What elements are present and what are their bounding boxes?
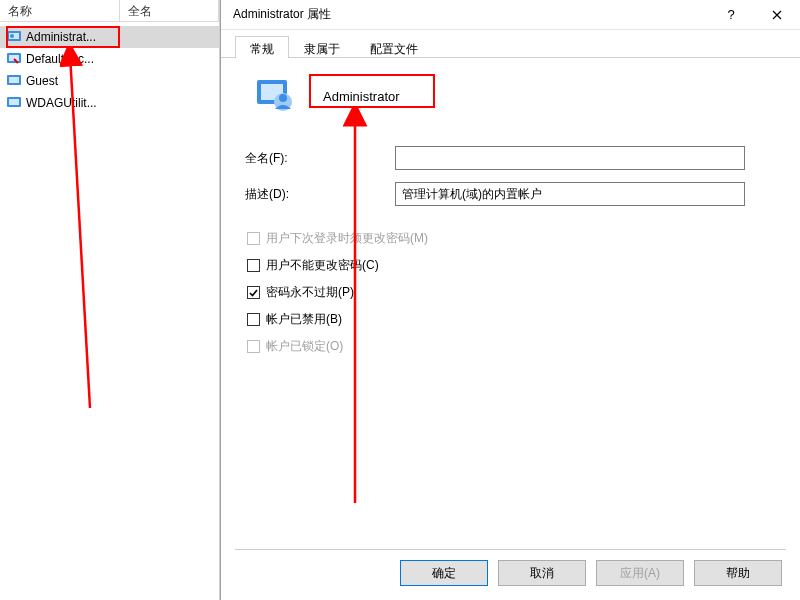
- apply-button[interactable]: 应用(A): [596, 560, 684, 586]
- dialog-title: Administrator 属性: [233, 6, 708, 23]
- list-item-label: DefaultAcc...: [26, 52, 94, 66]
- list-item-label: WDAGUtilit...: [26, 96, 97, 110]
- description-label: 描述(D):: [245, 186, 395, 203]
- user-list: Administrat... DefaultAcc... Guest WDAGU…: [0, 22, 219, 114]
- fullname-row: 全名(F):: [245, 146, 776, 170]
- checkbox-label: 密码永不过期(P): [266, 284, 354, 301]
- tab-general[interactable]: 常规: [235, 36, 289, 58]
- header-col-name[interactable]: 名称: [0, 0, 120, 21]
- titlebar: Administrator 属性 ?: [221, 0, 800, 30]
- header-col-fullname[interactable]: 全名: [120, 0, 219, 21]
- user-icon: [6, 73, 22, 89]
- cancel-button[interactable]: 取消: [498, 560, 586, 586]
- checkbox-label: 帐户已锁定(O): [266, 338, 343, 355]
- checkbox-group: 用户下次登录时须更改密码(M) 用户不能更改密码(C) 密码永不过期(P) 帐户…: [247, 230, 776, 355]
- checkbox-label: 用户下次登录时须更改密码(M): [266, 230, 428, 247]
- user-icon: [6, 29, 22, 45]
- tab-content: Administrator 全名(F): 描述(D): 用户下次登录时须更改密码…: [221, 58, 800, 375]
- user-icon: [6, 51, 22, 67]
- list-item[interactable]: Administrat...: [0, 26, 219, 48]
- checkbox-label: 帐户已禁用(B): [266, 311, 342, 328]
- user-icon: [6, 95, 22, 111]
- svg-rect-8: [9, 99, 19, 105]
- fullname-label: 全名(F):: [245, 150, 395, 167]
- properties-dialog: Administrator 属性 ? 常规 隶属于 配置文件 Administr…: [220, 0, 800, 600]
- check-cannot-change-pw[interactable]: 用户不能更改密码(C): [247, 257, 776, 274]
- check-account-disabled[interactable]: 帐户已禁用(B): [247, 311, 776, 328]
- check-must-change-pw: 用户下次登录时须更改密码(M): [247, 230, 776, 247]
- tab-profile[interactable]: 配置文件: [355, 36, 433, 58]
- checkbox-icon: [247, 232, 260, 245]
- help-dialog-button[interactable]: 帮助: [694, 560, 782, 586]
- check-account-locked: 帐户已锁定(O): [247, 338, 776, 355]
- checkbox-icon: [247, 286, 260, 299]
- description-input[interactable]: [395, 182, 745, 206]
- user-avatar-icon: [255, 76, 295, 116]
- user-list-pane: 名称 全名 Administrat... DefaultAcc... Guest: [0, 0, 220, 600]
- ok-button[interactable]: 确定: [400, 560, 488, 586]
- checkbox-icon: [247, 340, 260, 353]
- close-button[interactable]: [754, 0, 800, 30]
- list-item[interactable]: WDAGUtilit...: [0, 92, 219, 114]
- svg-rect-6: [9, 77, 19, 83]
- description-row: 描述(D):: [245, 182, 776, 206]
- list-item-label: Guest: [26, 74, 58, 88]
- list-header: 名称 全名: [0, 0, 219, 22]
- separator: [235, 549, 786, 550]
- checkbox-icon: [247, 259, 260, 272]
- check-pw-never-expires[interactable]: 密码永不过期(P): [247, 284, 776, 301]
- list-item[interactable]: DefaultAcc...: [0, 48, 219, 70]
- svg-point-12: [279, 94, 287, 102]
- tabstrip: 常规 隶属于 配置文件: [221, 30, 800, 58]
- list-item[interactable]: Guest: [0, 70, 219, 92]
- tab-memberof[interactable]: 隶属于: [289, 36, 355, 58]
- dialog-buttons: 确定 取消 应用(A) 帮助: [400, 560, 782, 586]
- help-button[interactable]: ?: [708, 0, 754, 30]
- fullname-input[interactable]: [395, 146, 745, 170]
- account-header: Administrator: [255, 76, 776, 116]
- list-item-label: Administrat...: [26, 30, 96, 44]
- checkbox-label: 用户不能更改密码(C): [266, 257, 379, 274]
- close-icon: [772, 10, 782, 20]
- account-name-label: Administrator: [315, 85, 408, 108]
- svg-point-2: [10, 34, 14, 38]
- checkbox-icon: [247, 313, 260, 326]
